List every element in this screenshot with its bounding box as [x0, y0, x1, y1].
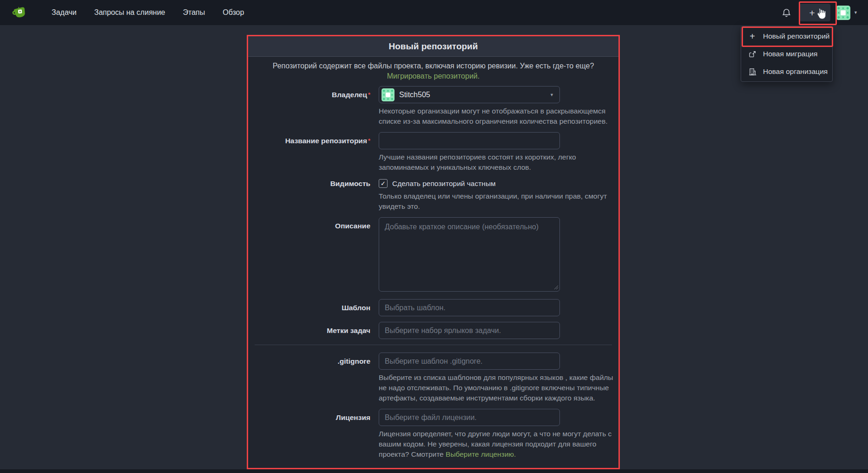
gitignore-help: Выберите из списка шаблонов для популярн… [379, 373, 615, 403]
create-new-dropdown-menu: + Новый репозиторий Новая миграция Новая… [741, 26, 833, 82]
form-row-template: Шаблон [248, 299, 618, 316]
private-checkbox-label[interactable]: Сделать репозиторий частным [392, 180, 496, 188]
plus-icon: + [809, 8, 815, 18]
owner-avatar [381, 88, 395, 101]
nav-links: Задачи Запросы на слияние Этапы Обзор [43, 0, 253, 25]
nav-item-milestones[interactable]: Этапы [174, 0, 214, 25]
identicon [836, 6, 850, 20]
form-title: Новый репозиторий [248, 36, 618, 57]
notifications-bell-icon[interactable] [781, 7, 792, 18]
create-new-button[interactable]: + ▼ [800, 4, 830, 21]
license-help: Лицензия определяет, что другие люди мог… [379, 429, 615, 460]
template-label: Шаблон [248, 299, 379, 316]
gitignore-input[interactable] [379, 353, 560, 370]
form-row-owner: Владелец* Stitch505 ▼ [248, 86, 618, 127]
organization-icon [748, 67, 757, 76]
required-asterisk: * [368, 137, 370, 144]
gitea-logo[interactable] [11, 5, 27, 20]
intro-text: Репозиторий содержит все файлы проекта, … [273, 62, 594, 70]
section-divider [255, 345, 612, 345]
template-input[interactable] [379, 299, 560, 316]
user-menu-caret-icon[interactable]: ▼ [854, 10, 858, 15]
issue-labels-input[interactable] [379, 322, 560, 339]
description-label: Описание [248, 217, 379, 293]
form-intro: Репозиторий содержит все файлы проекта, … [248, 57, 618, 86]
menu-item-new-organization[interactable]: Новая организация [741, 63, 832, 80]
repo-name-input[interactable] [379, 132, 560, 149]
private-checkbox[interactable]: ✓ [379, 179, 388, 188]
visibility-label: Видимость [248, 178, 379, 212]
choose-license-link[interactable]: Выберите лицензию. [446, 450, 516, 458]
migrate-icon [748, 50, 757, 59]
menu-item-label: Новая организация [763, 67, 828, 76]
form-row-issue-labels: Метки задач [248, 322, 618, 339]
owner-value: Stitch505 [399, 91, 550, 99]
new-repository-form: Новый репозиторий Репозиторий содержит в… [247, 35, 620, 469]
repo-name-label: Название репозитория* [248, 132, 379, 173]
description-textarea[interactable] [379, 217, 560, 292]
license-input[interactable] [379, 409, 560, 426]
required-asterisk: * [368, 91, 370, 98]
owner-label: Владелец* [248, 86, 379, 127]
menu-item-label: Новая миграция [763, 50, 817, 58]
gitignore-label: .gitignore [248, 353, 379, 403]
repo-name-help: Лучшие названия репозиториев состоят из … [379, 152, 615, 173]
menu-item-new-migration[interactable]: Новая миграция [741, 45, 832, 63]
chevron-down-icon: ▼ [817, 12, 821, 16]
nav-item-issues[interactable]: Задачи [43, 0, 85, 25]
menu-item-label: Новый репозиторий [763, 32, 829, 40]
visibility-help: Только владелец или члены организации, п… [379, 191, 615, 212]
navbar-right: + ▼ ▼ [781, 0, 858, 25]
viewport-bottom-strip [0, 469, 868, 473]
menu-item-new-repository[interactable]: + Новый репозиторий [741, 27, 832, 45]
gitea-logo-icon [11, 5, 27, 20]
form-row-visibility: Видимость ✓ Сделать репозиторий частным … [248, 178, 618, 212]
check-icon: ✓ [381, 180, 386, 187]
form-row-gitignore: .gitignore Выберите из списка шаблонов д… [248, 353, 618, 403]
form-row-repo-name: Название репозитория* Лучшие названия ре… [248, 132, 618, 173]
issue-labels-label: Метки задач [248, 322, 379, 339]
migrate-repository-link[interactable]: Мигрировать репозиторий. [387, 72, 480, 80]
navbar: Задачи Запросы на слияние Этапы Обзор + … [0, 0, 868, 25]
chevron-down-icon: ▼ [550, 93, 554, 97]
form-row-description: Описание [248, 217, 618, 293]
owner-help: Некоторые организации могут не отображат… [379, 106, 615, 127]
plus-icon: + [748, 32, 757, 41]
license-label: Лицензия [248, 409, 379, 460]
nav-item-pull-requests[interactable]: Запросы на слияние [85, 0, 174, 25]
user-avatar[interactable] [836, 6, 850, 20]
form-row-license: Лицензия Лицензия определяет, что другие… [248, 409, 618, 460]
owner-select[interactable]: Stitch505 ▼ [379, 86, 560, 103]
nav-item-explore[interactable]: Обзор [214, 0, 253, 25]
